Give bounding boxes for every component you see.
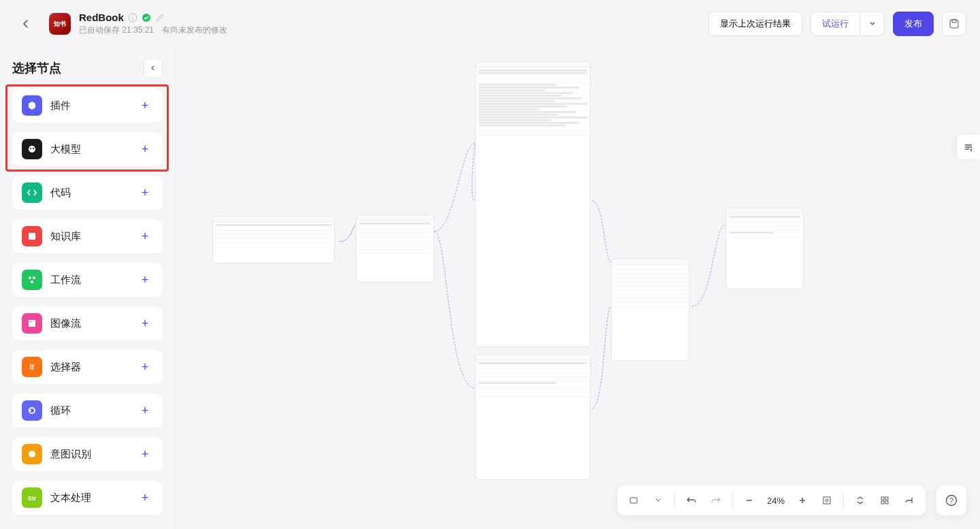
add-node-button[interactable]: + [137,315,153,332]
node-label: 图像流 [50,317,137,330]
node-label: 意图识别 [50,448,137,461]
save-button[interactable] [942,12,966,36]
app-icon: 知书 [49,13,71,35]
show-last-run-button[interactable]: 显示上次运行结果 [708,12,802,36]
node-item-6[interactable]: If选择器+ [12,350,163,384]
zoom-level: 24% [763,496,789,506]
svg-rect-12 [29,320,35,327]
svg-point-6 [30,148,31,149]
grid-button[interactable] [874,490,896,511]
test-run-dropdown[interactable] [860,12,885,36]
node-item-3[interactable]: 知识库+ [12,219,163,253]
test-run-split: 试运行 [811,12,885,36]
node-icon [22,95,42,116]
node-item-7[interactable]: 循环+ [12,394,163,428]
svg-rect-22 [881,501,884,504]
chevron-left-icon [150,65,157,71]
svg-text:?: ? [949,496,953,504]
svg-rect-21 [885,497,888,500]
add-node-button[interactable]: + [137,490,153,506]
svg-point-7 [33,148,34,149]
node-label: 选择器 [50,361,137,374]
workflow-node-2[interactable] [356,214,434,283]
help-icon: ? [945,494,958,507]
add-node-button[interactable]: + [137,272,153,288]
unpublished-status: 有尚未发布的修改 [162,25,227,36]
add-node-button[interactable]: + [137,446,153,462]
svg-point-13 [30,321,31,323]
node-label: 循环 [50,404,137,417]
test-run-button[interactable]: 试运行 [811,12,860,36]
workflow-node-5[interactable] [611,259,689,361]
workflow-node-4[interactable] [475,354,591,480]
svg-point-2 [142,14,150,22]
node-label: 大模型 [50,143,137,156]
undo-icon [686,495,697,506]
add-node-button[interactable]: + [137,228,153,244]
svg-rect-8 [29,233,35,240]
add-node-button[interactable]: + [137,185,153,201]
undo-button[interactable] [681,490,702,511]
save-icon [949,18,960,29]
node-item-9[interactable]: Str文本处理+ [12,481,163,515]
zoom-out-button[interactable] [738,490,760,511]
cursor-tool[interactable] [623,490,644,511]
node-item-4[interactable]: 工作流+ [12,263,163,297]
svg-point-10 [33,276,35,279]
workflow-node-large[interactable] [475,61,591,347]
node-item-5[interactable]: 图像流+ [12,306,163,340]
minus-icon [745,496,754,505]
workflow-node-end[interactable] [725,208,804,289]
right-panel-toggle[interactable] [957,135,980,159]
svg-rect-23 [885,501,888,504]
add-node-button[interactable]: + [137,141,153,157]
svg-rect-20 [881,497,884,500]
node-label: 知识库 [50,230,137,243]
redo-button[interactable] [705,490,727,511]
add-node-button[interactable]: + [137,402,153,419]
node-label: 工作流 [50,274,137,287]
collapse-sidebar-button[interactable] [144,59,163,78]
cursor-dropdown[interactable] [647,490,669,511]
fit-view-button[interactable] [816,490,838,511]
node-item-1[interactable]: 大模型+ [12,132,163,166]
node-item-2[interactable]: 代码+ [12,176,163,210]
node-icon: Str [22,487,42,508]
svg-point-11 [31,280,33,283]
node-list: 插件+大模型+代码+知识库+工作流+图像流+If选择器+循环+意图识别+Str文… [12,89,163,515]
workflow-node-start[interactable] [212,216,335,263]
sidebar: 选择节点 插件+大模型+代码+知识库+工作流+图像流+If选择器+循环+意图识别… [0,48,176,529]
layout-icon [904,496,914,505]
info-icon[interactable]: i [128,13,137,22]
fit-icon [821,495,832,506]
node-icon [22,400,42,421]
canvas-toolbar: 24% [617,485,926,515]
check-icon [142,13,151,22]
svg-point-15 [29,451,35,458]
layout-button[interactable] [898,490,920,511]
zoom-in-button[interactable] [791,490,813,511]
node-item-0[interactable]: 插件+ [12,89,163,123]
svg-rect-3 [950,20,958,28]
svg-text:i: i [132,14,133,21]
chevron-left-icon [20,18,31,29]
app-title: RedBook [79,12,124,23]
publish-button[interactable]: 发布 [893,12,934,36]
edit-icon[interactable] [155,13,165,22]
svg-point-9 [29,276,31,279]
add-node-button[interactable]: + [137,97,153,114]
grid-icon [880,496,889,505]
svg-rect-4 [952,20,956,22]
node-icon: If [22,357,42,377]
node-icon [22,444,42,464]
add-node-button[interactable]: + [137,359,153,375]
help-button[interactable]: ? [936,485,966,515]
collapse-all-button[interactable] [849,490,871,511]
sidebar-title: 选择节点 [12,60,61,76]
node-icon [22,270,42,290]
svg-rect-17 [630,498,637,503]
redo-icon [710,495,721,506]
node-item-8[interactable]: 意图识别+ [12,437,163,471]
back-button[interactable] [14,12,38,36]
canvas[interactable]: 24% ? [176,48,980,529]
